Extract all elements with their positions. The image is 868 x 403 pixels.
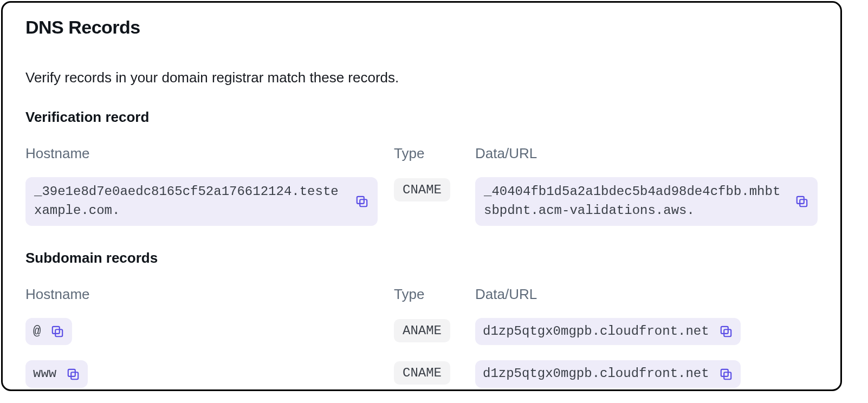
subdomain-data-pill: d1zp5qtgx0mgpb.cloudfront.net — [475, 318, 741, 346]
copy-icon — [355, 194, 369, 209]
verification-hostname-value: _39e1e8d7e0aedc8165cf52a176612124.testex… — [34, 183, 345, 220]
verification-data-value: _40404fb1d5a2a1bdec5b4ad98de4cfbb.mhbtsb… — [484, 183, 785, 220]
copy-icon — [50, 324, 64, 339]
copy-subdomain-data-button[interactable] — [719, 324, 733, 339]
copy-verification-data-button[interactable] — [795, 194, 809, 209]
copy-icon — [719, 367, 733, 381]
verification-header-row: Hostname Type Data/URL — [25, 145, 818, 162]
copy-icon — [719, 324, 733, 339]
copy-verification-hostname-button[interactable] — [355, 194, 369, 209]
copy-icon — [795, 194, 809, 209]
col-type-label: Type — [394, 286, 475, 303]
subdomain-data-pill: d1zp5qtgx0mgpb.cloudfront.net — [475, 360, 741, 388]
subdomain-hostname-value: www — [33, 365, 56, 384]
subdomain-data-value: d1zp5qtgx0mgpb.cloudfront.net — [483, 322, 709, 341]
page-title: DNS Records — [25, 17, 818, 38]
dns-records-panel: DNS Records Verify records in your domai… — [1, 1, 842, 391]
subdomain-hostname-value: @ — [33, 322, 41, 341]
col-data-label: Data/URL — [475, 145, 818, 162]
subdomain-type-badge: CNAME — [394, 361, 450, 385]
verification-hostname-pill: _39e1e8d7e0aedc8165cf52a176612124.testex… — [25, 177, 378, 226]
verification-heading: Verification record — [25, 109, 818, 126]
col-data-label: Data/URL — [475, 286, 818, 303]
subdomain-type-badge: ANAME — [394, 319, 450, 342]
subdomain-heading: Subdomain records — [25, 250, 818, 266]
subdomain-data-value: d1zp5qtgx0mgpb.cloudfront.net — [483, 365, 709, 384]
col-hostname-label: Hostname — [25, 145, 394, 162]
col-hostname-label: Hostname — [25, 286, 394, 303]
copy-subdomain-hostname-button[interactable] — [66, 367, 80, 381]
page-description: Verify records in your domain registrar … — [25, 69, 818, 86]
verification-record-row: _39e1e8d7e0aedc8165cf52a176612124.testex… — [25, 177, 818, 226]
verification-data-pill: _40404fb1d5a2a1bdec5b4ad98de4cfbb.mhbtsb… — [475, 177, 818, 226]
copy-subdomain-hostname-button[interactable] — [50, 324, 64, 339]
subdomain-record-row: www CNAME d1zp5qtgx0mgpb.cloudfront.net — [25, 360, 818, 388]
subdomain-header-row: Hostname Type Data/URL — [25, 286, 818, 303]
copy-icon — [66, 367, 80, 381]
subdomain-hostname-pill: www — [25, 360, 88, 388]
copy-subdomain-data-button[interactable] — [719, 367, 733, 381]
verification-type-badge: CNAME — [394, 178, 450, 202]
subdomain-record-row: @ ANAME d1zp5qtgx0mgpb.cloudfront.net — [25, 318, 818, 346]
subdomain-hostname-pill: @ — [25, 318, 72, 346]
col-type-label: Type — [394, 145, 475, 162]
